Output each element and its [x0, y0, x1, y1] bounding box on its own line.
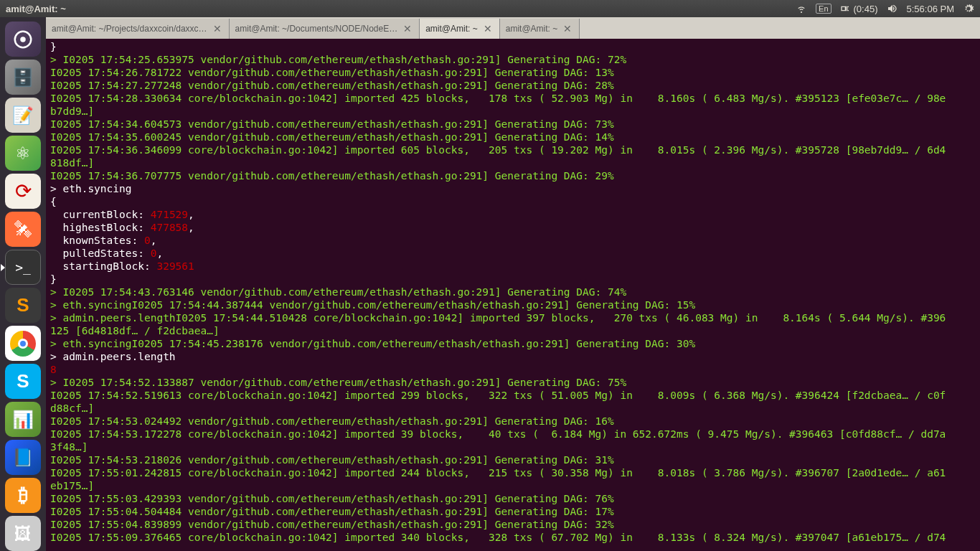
- svg-point-1: [20, 37, 26, 42]
- battery-indicator[interactable]: (0:45): [840, 3, 878, 14]
- postman-icon[interactable]: 🛰: [5, 212, 41, 247]
- misc-app-icon[interactable]: 🖼: [5, 516, 41, 551]
- close-icon[interactable]: ✕: [402, 23, 413, 34]
- terminal-tabs: amit@Amit: ~/Projects/daxxcoin/daxxc…✕ a…: [46, 17, 980, 39]
- terminal-tab[interactable]: amit@Amit: ~/Documents/NODE/NodeE…✕: [230, 19, 420, 39]
- terminal-tab[interactable]: amit@Amit: ~✕: [500, 19, 580, 39]
- clock[interactable]: 5:56:06 PM: [907, 4, 955, 14]
- files-icon[interactable]: 🗄️: [5, 60, 41, 95]
- terminal-output[interactable]: } > I0205 17:54:25.653975 vendor/github.…: [46, 39, 980, 551]
- pdf-viewer-icon[interactable]: ⟳: [5, 174, 41, 209]
- system-indicators[interactable]: En (0:45) 5:56:06 PM: [796, 3, 974, 14]
- menu-bar: amit@Amit: ~ En (0:45) 5:56:06 PM: [0, 0, 980, 17]
- close-icon[interactable]: ✕: [482, 23, 494, 34]
- chrome-icon[interactable]: [5, 326, 41, 361]
- green-app-icon[interactable]: 📊: [5, 402, 41, 437]
- text-editor-icon[interactable]: 📝: [5, 98, 41, 133]
- window-title: amit@Amit: ~: [6, 4, 796, 14]
- atom-icon[interactable]: ⚛: [5, 136, 41, 171]
- close-icon[interactable]: ✕: [562, 23, 573, 34]
- input-language[interactable]: En: [816, 4, 831, 14]
- dash-home-icon[interactable]: [5, 22, 41, 57]
- terminal-icon[interactable]: >_: [5, 250, 41, 285]
- terminal-tab[interactable]: amit@Amit: ~/Projects/daxxcoin/daxxc…✕: [46, 19, 230, 39]
- blue-app-icon[interactable]: 📘: [5, 440, 41, 475]
- wifi-icon[interactable]: [796, 3, 807, 14]
- bitcoin-icon[interactable]: ₿: [5, 478, 41, 513]
- settings-gear-icon[interactable]: [963, 3, 974, 14]
- unity-launcher: 🗄️ 📝 ⚛ ⟳ 🛰 >_ S S 📊 📘 ₿ 🖼: [0, 17, 46, 551]
- close-icon[interactable]: ✕: [212, 23, 223, 34]
- skype-icon[interactable]: S: [5, 364, 41, 399]
- volume-icon[interactable]: [887, 3, 898, 14]
- terminal-tab[interactable]: amit@Amit: ~✕: [420, 19, 500, 39]
- terminal-window: amit@Amit: ~/Projects/daxxcoin/daxxc…✕ a…: [46, 17, 980, 551]
- sublime-icon[interactable]: S: [5, 288, 41, 323]
